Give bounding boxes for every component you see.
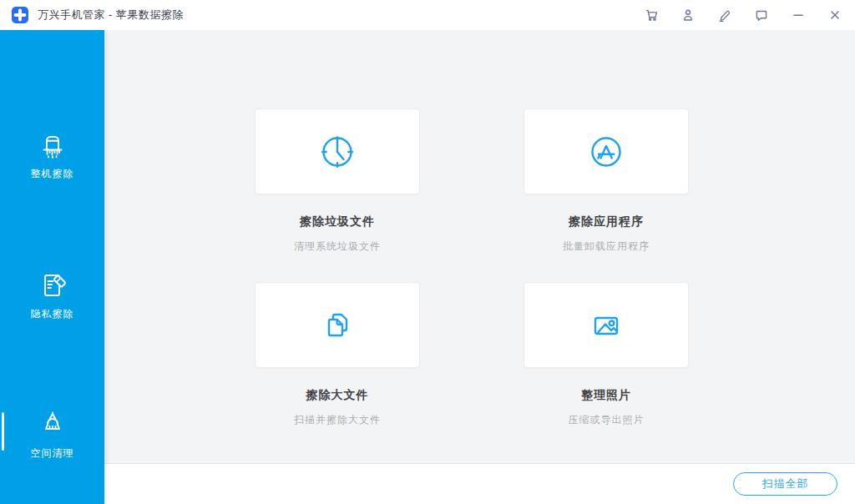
feedback-pen-icon[interactable] bbox=[715, 5, 735, 25]
window-title: 万兴手机管家 - 苹果数据擦除 bbox=[38, 8, 184, 23]
card-title: 擦除大文件 bbox=[306, 388, 369, 403]
appstore-icon bbox=[588, 134, 625, 170]
titlebar-actions bbox=[641, 5, 855, 25]
broom-icon bbox=[38, 411, 67, 439]
shredder-icon bbox=[38, 131, 67, 159]
close-icon[interactable] bbox=[825, 5, 845, 25]
photo-icon bbox=[588, 307, 625, 344]
cart-icon[interactable] bbox=[641, 5, 661, 25]
feature-cards-grid: 擦除垃圾文件 清理系统垃圾文件 擦除应用程序 批量卸载应用程序 bbox=[255, 108, 689, 427]
clock-icon bbox=[319, 134, 356, 170]
erase-apps-card[interactable] bbox=[524, 108, 689, 194]
sidebar: 整机擦除 隐私擦除 空间清理 bbox=[0, 30, 104, 504]
footer-bar: 扫描全部 bbox=[104, 463, 855, 504]
card-subtitle: 批量卸载应用程序 bbox=[563, 239, 650, 254]
feature-erase-apps: 擦除应用程序 批量卸载应用程序 bbox=[524, 108, 689, 254]
feature-organize-photos: 整理照片 压缩或导出照片 bbox=[524, 282, 689, 427]
card-title: 整理照片 bbox=[581, 388, 631, 403]
card-title: 擦除垃圾文件 bbox=[300, 214, 375, 229]
sidebar-item-full-erase[interactable]: 整机擦除 bbox=[0, 131, 104, 181]
sidebar-item-label: 隐私擦除 bbox=[31, 307, 74, 321]
organize-photos-card[interactable] bbox=[524, 282, 689, 368]
feature-erase-large-files: 擦除大文件 扫描并擦除大文件 bbox=[255, 282, 420, 427]
account-icon[interactable] bbox=[678, 5, 698, 25]
document-eraser-icon bbox=[38, 271, 67, 300]
scan-all-button[interactable]: 扫描全部 bbox=[733, 472, 837, 496]
app-logo-icon bbox=[12, 7, 28, 23]
card-title: 擦除应用程序 bbox=[569, 214, 644, 229]
main-content: 擦除垃圾文件 清理系统垃圾文件 擦除应用程序 批量卸载应用程序 bbox=[104, 30, 855, 463]
sidebar-item-privacy-erase[interactable]: 隐私擦除 bbox=[0, 271, 104, 321]
card-subtitle: 压缩或导出照片 bbox=[569, 413, 645, 427]
active-indicator bbox=[2, 412, 4, 451]
card-subtitle: 扫描并擦除大文件 bbox=[294, 413, 381, 427]
card-subtitle: 清理系统垃圾文件 bbox=[294, 239, 381, 254]
files-icon bbox=[319, 307, 356, 344]
message-icon[interactable] bbox=[751, 5, 772, 25]
erase-junk-files-card[interactable] bbox=[255, 108, 420, 194]
minimize-icon[interactable] bbox=[788, 5, 808, 25]
feature-erase-junk-files: 擦除垃圾文件 清理系统垃圾文件 bbox=[255, 108, 420, 254]
titlebar: 万兴手机管家 - 苹果数据擦除 bbox=[0, 0, 855, 30]
sidebar-item-label: 空间清理 bbox=[31, 446, 74, 461]
sidebar-item-label: 整机擦除 bbox=[31, 167, 74, 181]
sidebar-item-space-clean[interactable]: 空间清理 bbox=[0, 411, 104, 461]
erase-large-files-card[interactable] bbox=[255, 282, 420, 368]
